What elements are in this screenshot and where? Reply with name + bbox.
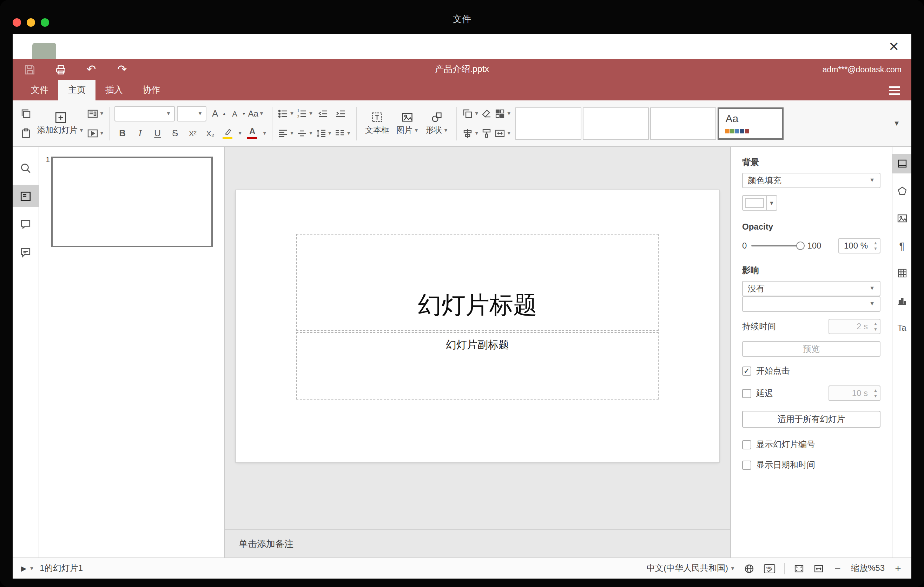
line-spacing-button[interactable]: ▼ — [315, 125, 332, 141]
copy-button[interactable] — [18, 106, 34, 121]
spinner-down-icon[interactable]: ▼ — [873, 246, 878, 251]
change-case-button[interactable]: Aa▼ — [248, 106, 264, 121]
textart-settings-button[interactable]: Ta — [892, 318, 911, 338]
chart-settings-button[interactable] — [892, 291, 911, 310]
numbering-button[interactable]: 12 ▼ — [296, 106, 313, 121]
superscript-button[interactable]: X² — [185, 125, 200, 141]
font-group: ▼ ▼ A▲ A▼ Aa▼ B I U S — [115, 101, 267, 146]
opacity-slider[interactable] — [751, 245, 803, 246]
close-traffic-light[interactable] — [13, 18, 21, 27]
font-color-button[interactable]: A — [245, 125, 260, 141]
redo-button[interactable]: ↷ — [115, 63, 129, 76]
color-scheme-button[interactable]: ▼ — [495, 106, 512, 121]
paragraph-settings-button[interactable]: ¶ — [892, 236, 911, 256]
vertical-align-button[interactable]: ▼ — [296, 125, 313, 141]
slide-subtitle-placeholder[interactable]: 幻灯片副标题 — [296, 332, 658, 399]
insert-shape-button[interactable]: 形状▼ — [422, 111, 452, 135]
tab-collaboration[interactable]: 协作 — [133, 80, 170, 101]
zoom-out-button[interactable]: − — [833, 562, 843, 574]
fit-slide-button[interactable] — [794, 563, 805, 574]
delay-checkbox[interactable] — [742, 389, 751, 398]
tab-file[interactable]: 文件 — [21, 80, 58, 101]
statusbar-separator — [784, 563, 785, 574]
apply-to-all-slides-button[interactable]: 适用于所有幻灯片 — [742, 411, 881, 428]
image-settings-button[interactable] — [892, 209, 911, 228]
theme-tile[interactable] — [650, 107, 716, 139]
bullets-button[interactable]: ▼ — [278, 106, 295, 121]
background-fill-select[interactable]: 颜色填充 ▼ — [742, 173, 881, 188]
decrease-font-size-button[interactable]: A▼ — [229, 106, 246, 121]
zoom-in-button[interactable]: + — [893, 562, 903, 574]
fit-width-button[interactable] — [813, 563, 824, 574]
paste-button[interactable] — [18, 125, 34, 141]
document-language-button[interactable] — [744, 563, 755, 574]
close-icon[interactable]: × — [889, 34, 899, 59]
underline-button[interactable]: U — [150, 125, 165, 141]
font-name-select[interactable]: ▼ — [115, 106, 175, 121]
slides-panel-button[interactable] — [13, 185, 39, 207]
save-button[interactable] — [23, 63, 36, 76]
comments-button[interactable] — [13, 213, 39, 235]
arrange-shape-button[interactable]: ▼ — [462, 106, 479, 121]
tab-insert[interactable]: 插入 — [96, 80, 133, 101]
subscript-button[interactable]: X₂ — [203, 125, 218, 141]
horizontal-align-button[interactable]: ▼ — [278, 125, 295, 141]
decrease-indent-button[interactable] — [315, 106, 331, 121]
spinner-down-icon[interactable]: ▼ — [873, 393, 878, 399]
opacity-slider-knob[interactable] — [796, 242, 804, 250]
insert-textbox-button[interactable]: 文本框 — [361, 111, 393, 135]
slide-size-button[interactable]: ▼ — [495, 125, 512, 141]
copy-style-button[interactable] — [479, 125, 495, 141]
language-selector[interactable]: 中文(中华人民共和国) ▼ — [647, 562, 735, 574]
insert-image-button[interactable]: 图片▼ — [393, 111, 422, 135]
theme-tile[interactable] — [516, 107, 582, 139]
theme-tile[interactable] — [583, 107, 649, 139]
spinner-up-icon[interactable]: ▲ — [873, 321, 878, 326]
minimize-traffic-light[interactable] — [27, 18, 35, 27]
table-settings-button[interactable] — [892, 263, 911, 283]
highlight-color-button[interactable] — [220, 125, 236, 141]
fill-color-picker[interactable]: ▼ — [742, 195, 777, 211]
spellcheck-button[interactable]: ABC — [763, 563, 776, 574]
menu-icon[interactable] — [889, 86, 900, 97]
zoom-traffic-light[interactable] — [41, 18, 49, 27]
clear-style-button[interactable] — [479, 106, 495, 121]
columns-button[interactable]: ▼ — [334, 125, 351, 141]
font-size-select[interactable]: ▼ — [177, 106, 207, 121]
gallery-expand-icon[interactable]: ▼ — [888, 119, 906, 127]
bold-button[interactable]: B — [115, 125, 130, 141]
theme-tile-selected[interactable]: Aa — [718, 107, 784, 139]
slide-thumbnail[interactable] — [51, 157, 213, 247]
slide[interactable]: 幻灯片标题 幻灯片副标题 — [236, 190, 719, 462]
start-slideshow-button[interactable]: ▼ — [87, 125, 104, 141]
show-slide-number-checkbox[interactable] — [742, 440, 751, 449]
effect-type-select[interactable]: ▼ — [742, 296, 881, 312]
slide-settings-button[interactable] — [892, 154, 911, 173]
undo-button[interactable]: ↶ — [84, 63, 98, 76]
add-slide-button[interactable]: 添加幻灯片▼ — [34, 111, 87, 135]
slide-title-placeholder[interactable]: 幻灯片标题 — [296, 234, 658, 331]
spinner-up-icon[interactable]: ▲ — [873, 240, 878, 246]
increase-font-size-button[interactable]: A▲ — [209, 106, 226, 121]
delay-spinbox[interactable]: 10 s ▲▼ — [828, 386, 881, 401]
start-slideshow-status-button[interactable]: ▶ ▼ — [21, 564, 34, 572]
spinner-down-icon[interactable]: ▼ — [873, 326, 878, 332]
start-on-click-checkbox[interactable]: ✓ — [742, 366, 751, 376]
print-button[interactable] — [53, 63, 68, 76]
shape-settings-button[interactable] — [892, 181, 911, 201]
show-date-checkbox[interactable] — [742, 461, 751, 470]
search-button[interactable] — [13, 157, 39, 179]
tab-home[interactable]: 主页 — [58, 80, 96, 101]
notes-area[interactable]: 单击添加备注 — [225, 529, 730, 557]
effect-select[interactable]: 没有 ▼ — [742, 281, 881, 296]
chat-button[interactable] — [13, 241, 39, 263]
italic-button[interactable]: I — [132, 125, 148, 141]
duration-spinbox[interactable]: 2 s ▲▼ — [828, 319, 881, 334]
preview-button[interactable]: 预览 — [742, 341, 881, 357]
slide-layout-button[interactable]: ▼ — [87, 106, 104, 121]
increase-indent-button[interactable] — [333, 106, 348, 121]
spinner-up-icon[interactable]: ▲ — [873, 387, 878, 393]
align-shape-button[interactable]: ▼ — [462, 125, 479, 141]
opacity-spinbox[interactable]: 100 % ▲▼ — [838, 238, 881, 254]
strikethrough-button[interactable]: S — [167, 125, 183, 141]
